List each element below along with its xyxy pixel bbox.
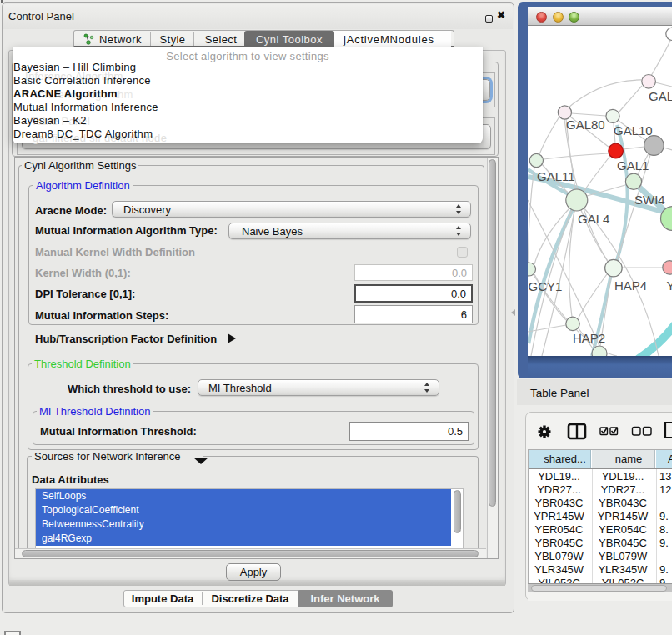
svg-text:GAL11: GAL11 [537,169,575,183]
svg-text:GAL2: GAL2 [649,89,672,103]
svg-text:HAP2: HAP2 [573,331,605,345]
svg-text:GAL80: GAL80 [566,118,605,132]
svg-text:GCY1: GCY1 [529,279,563,293]
svg-text:SWI4: SWI4 [634,192,665,207]
svg-text:GAL10: GAL10 [614,123,653,138]
svg-text:GAL4: GAL4 [578,212,609,226]
svg-text:Y: Y [667,278,672,292]
svg-text:GAL1: GAL1 [617,158,649,172]
svg-text:HAP4: HAP4 [614,278,647,292]
